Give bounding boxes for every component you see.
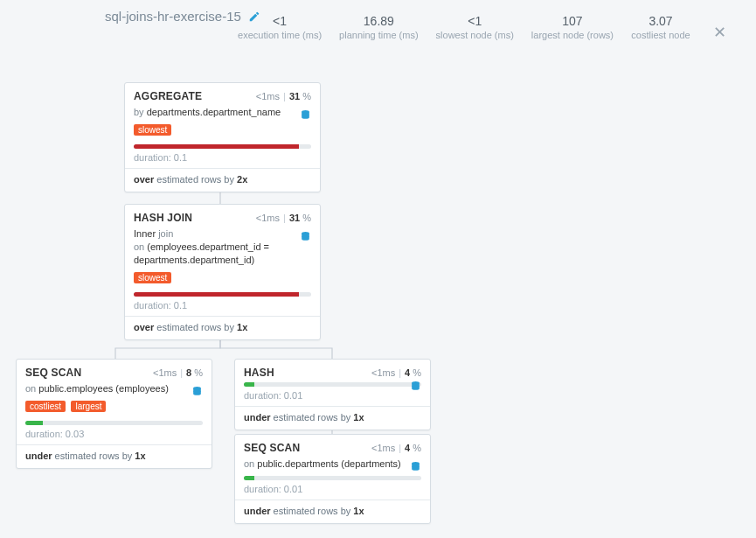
estimate-text: over estimated rows by 1x [134,322,311,332]
estimate-text: over estimated rows by 2x [134,174,311,185]
estimate-text: under estimated rows by 1x [25,451,203,461]
database-icon [410,461,421,475]
metric-slowest-node: <1 slowest node (ms) [436,14,514,40]
node-detail: on public.departments (departments) [244,458,421,471]
node-detail: on public.employees (employees) [25,382,203,395]
node-title: SEQ SCAN [244,442,300,454]
estimate-text: under estimated rows by 1x [244,506,421,516]
metric-planning-time: 16.89 planning time (ms) [339,14,418,40]
node-aggregate[interactable]: AGGREGATE <1ms|31 % by departments.depar… [124,82,321,192]
node-seq-scan-employees[interactable]: SEQ SCAN <1ms|8 % on public.employees (e… [16,359,212,469]
metric-largest-node: 107 largest node (rows) [531,14,614,40]
duration-text: duration: 0.03 [25,429,203,439]
node-timing: <1ms|8 % [153,367,203,378]
duration-text: duration: 0.01 [244,484,421,494]
node-title: HASH [244,367,274,379]
close-icon[interactable]: ✕ [708,19,732,45]
node-timing: <1ms|31 % [256,91,311,101]
progress-bar [25,421,203,425]
node-timing: <1ms|4 % [371,367,421,378]
page-title: sql-joins-hr-exercise-15 [105,9,241,24]
node-timing: <1ms|4 % [371,443,421,453]
estimate-text: under estimated rows by 1x [244,412,421,423]
node-hash[interactable]: HASH <1ms|4 % duration: 0.01 under estim… [234,359,431,430]
node-detail: by departments.department_name [134,106,311,119]
database-icon [191,386,203,400]
duration-text: duration: 0.01 [244,390,421,401]
node-title: SEQ SCAN [25,367,81,379]
database-icon [300,231,311,245]
duration-text: duration: 0.1 [134,300,311,311]
progress-bar [134,292,311,297]
metrics-bar: <1 execution time (ms) 16.89 planning ti… [238,14,732,45]
duration-text: duration: 0.1 [134,152,311,163]
metric-costliest-node: 3.07 costliest node [631,14,690,40]
node-title: AGGREGATE [134,90,202,102]
progress-bar [134,144,311,149]
node-detail: Inner join on (employees.department_id =… [134,227,311,267]
badge-largest: largest [71,401,106,412]
badge-slowest: slowest [134,272,171,283]
database-icon [300,109,311,123]
node-seq-scan-departments[interactable]: SEQ SCAN <1ms|4 % on public.departments … [234,434,431,524]
progress-bar [244,476,421,480]
plan-canvas: AGGREGATE <1ms|31 % by departments.depar… [0,70,756,538]
node-hash-join[interactable]: HASH JOIN <1ms|31 % Inner join on (emplo… [124,204,321,340]
metric-execution-time: <1 execution time (ms) [238,14,322,40]
progress-bar [244,382,421,387]
node-timing: <1ms|31 % [256,213,311,223]
database-icon [410,381,421,395]
badge-costliest: costliest [25,401,66,412]
node-title: HASH JOIN [134,212,192,224]
badge-slowest: slowest [134,124,171,136]
